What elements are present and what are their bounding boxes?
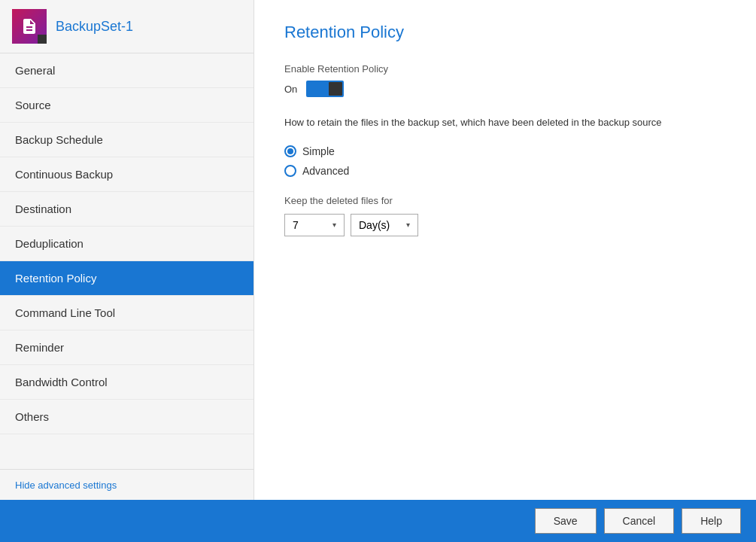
radio-btn-simple[interactable] bbox=[284, 145, 296, 157]
app-title: BackupSet-1 bbox=[56, 19, 133, 35]
retention-toggle[interactable] bbox=[306, 81, 344, 97]
radio-label-advanced: Advanced bbox=[302, 165, 349, 177]
help-button[interactable]: Help bbox=[682, 508, 741, 534]
number-dropdown-arrow: ▾ bbox=[332, 221, 336, 229]
content-area: Retention Policy Enable Retention Policy… bbox=[254, 0, 756, 500]
sidebar-footer: Hide advanced settings bbox=[0, 469, 254, 500]
radio-label-simple: Simple bbox=[302, 145, 335, 157]
sidebar-item-others[interactable]: Others bbox=[0, 400, 254, 434]
number-value: 7 bbox=[293, 219, 299, 231]
page-title: Retention Policy bbox=[284, 23, 726, 42]
unit-dropdown[interactable]: Day(s) ▾ bbox=[351, 214, 418, 236]
sidebar-header: BackupSet-1 bbox=[0, 0, 254, 53]
radio-option-simple[interactable]: Simple bbox=[284, 145, 726, 157]
radio-group: Simple Advanced bbox=[284, 145, 726, 177]
sidebar-item-deduplication[interactable]: Deduplication bbox=[0, 227, 254, 261]
sidebar-item-backup-schedule[interactable]: Backup Schedule bbox=[0, 123, 254, 157]
sidebar-item-reminder[interactable]: Reminder bbox=[0, 330, 254, 365]
toggle-state-label: On bbox=[284, 84, 297, 95]
radio-option-advanced[interactable]: Advanced bbox=[284, 165, 726, 177]
sidebar: BackupSet-1 General Source Backup Schedu… bbox=[0, 0, 254, 500]
cancel-button[interactable]: Cancel bbox=[604, 508, 675, 534]
radio-btn-advanced[interactable] bbox=[284, 165, 296, 177]
hide-advanced-link[interactable]: Hide advanced settings bbox=[15, 480, 117, 491]
sidebar-item-destination[interactable]: Destination bbox=[0, 192, 254, 227]
sidebar-item-bandwidth-control[interactable]: Bandwidth Control bbox=[0, 365, 254, 400]
main-layout: BackupSet-1 General Source Backup Schedu… bbox=[0, 0, 756, 500]
description-text: How to retain the files in the backup se… bbox=[284, 115, 726, 130]
number-dropdown[interactable]: 7 ▾ bbox=[284, 214, 345, 236]
bottom-bar: Save Cancel Help bbox=[0, 500, 756, 542]
sidebar-item-general[interactable]: General bbox=[0, 53, 254, 88]
unit-value: Day(s) bbox=[359, 219, 390, 231]
file-icon bbox=[20, 17, 38, 35]
keep-files-row: 7 ▾ Day(s) ▾ bbox=[284, 214, 726, 236]
sidebar-item-retention-policy[interactable]: Retention Policy bbox=[0, 261, 254, 296]
sidebar-item-continuous-backup[interactable]: Continuous Backup bbox=[0, 157, 254, 192]
sidebar-item-command-line-tool[interactable]: Command Line Tool bbox=[0, 296, 254, 330]
toggle-row: On bbox=[284, 81, 726, 97]
sidebar-item-source[interactable]: Source bbox=[0, 88, 254, 123]
sidebar-nav: General Source Backup Schedule Continuou… bbox=[0, 53, 254, 469]
enable-label: Enable Retention Policy bbox=[284, 63, 726, 75]
unit-dropdown-arrow: ▾ bbox=[406, 221, 410, 229]
keep-files-label: Keep the deleted files for bbox=[284, 195, 726, 206]
save-button[interactable]: Save bbox=[535, 508, 597, 534]
app-icon bbox=[12, 9, 47, 44]
